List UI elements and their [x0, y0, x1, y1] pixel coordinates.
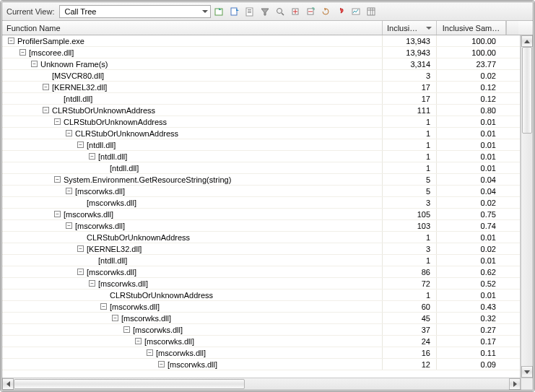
- cell-function-name: −[mscorwks.dll]: [2, 209, 383, 219]
- collapse-toggle[interactable]: −: [54, 211, 61, 217]
- table-row[interactable]: −[mscorwks.dll]120.09: [2, 359, 520, 370]
- cell-inclusive: 5: [383, 186, 437, 196]
- table-row[interactable]: −[mscorwks.dll]600.43: [2, 301, 520, 313]
- table-row[interactable]: −[mscorwks.dll]370.27: [2, 324, 520, 336]
- function-name-text: CLRStubOrUnknownAddress: [87, 232, 190, 243]
- table-row[interactable]: [MSVCR80.dll]30.02: [2, 70, 520, 82]
- header-function-name[interactable]: Function Name: [2, 21, 383, 35]
- report-icon[interactable]: [243, 5, 256, 18]
- table-row[interactable]: −[mscorwks.dll]450.32: [2, 313, 520, 324]
- hotpath-icon[interactable]: [334, 5, 347, 18]
- table-row[interactable]: CLRStubOrUnknownAddress10.01: [2, 232, 520, 243]
- table-row[interactable]: −[mscorwks.dll]160.11: [2, 347, 520, 359]
- scroll-up-button[interactable]: [521, 35, 533, 47]
- arrow-down-icon: [524, 370, 530, 374]
- cell-inclusive-pct: 0.80: [437, 105, 506, 116]
- columns-icon[interactable]: [365, 5, 378, 18]
- collapse-toggle[interactable]: −: [66, 222, 72, 229]
- vscroll-track[interactable]: [521, 47, 533, 366]
- cell-function-name: −System.Environment.GetResourceString(st…: [2, 174, 383, 185]
- cell-function-name: −[mscorwks.dll]: [2, 266, 383, 277]
- search-icon[interactable]: [274, 5, 287, 18]
- collapse-toggle[interactable]: −: [54, 176, 61, 183]
- cell-function-name: −ProfilerSample.exe: [2, 35, 383, 46]
- cell-inclusive-pct: 100.00: [437, 47, 506, 58]
- cell-inclusive: 103: [383, 220, 437, 231]
- table-row[interactable]: [ntdll.dll]10.01: [2, 162, 520, 174]
- collapse-toggle[interactable]: −: [158, 361, 165, 367]
- function-name-text: [ntdll.dll]: [64, 93, 92, 104]
- header-inclusive-pct[interactable]: Inclusive Sam…: [437, 21, 506, 35]
- function-name-text: [mscorwks.dll]: [98, 278, 148, 289]
- table-row[interactable]: −System.Environment.GetResourceString(st…: [2, 174, 520, 186]
- collapse-toggle[interactable]: −: [54, 118, 61, 125]
- filter-icon[interactable]: [258, 5, 271, 18]
- table-row[interactable]: −[mscorwks.dll]50.04: [2, 186, 520, 197]
- cell-inclusive: 3: [383, 197, 437, 208]
- collapse-toggle[interactable]: −: [89, 153, 95, 160]
- dropdown-value: Call Tree: [64, 7, 96, 16]
- table-row[interactable]: −[mscoree.dll]13,943100.00: [2, 47, 520, 58]
- collapse-toggle[interactable]: −: [31, 61, 38, 67]
- table-row[interactable]: −[mscorwks.dll]1050.75: [2, 209, 520, 220]
- refresh-icon[interactable]: [319, 5, 332, 18]
- table-row[interactable]: −[ntdll.dll]10.01: [2, 139, 520, 151]
- horizontal-scrollbar[interactable]: [2, 378, 521, 390]
- header-inclusive[interactable]: Inclusi…: [383, 21, 437, 35]
- scroll-left-button[interactable]: [2, 378, 14, 390]
- collapse-toggle[interactable]: −: [100, 303, 107, 310]
- table-row[interactable]: [ntdll.dll]10.01: [2, 255, 520, 266]
- scroll-right-button[interactable]: [509, 378, 521, 390]
- collapse-toggle[interactable]: −: [112, 315, 118, 321]
- collapse-toggle[interactable]: −: [19, 49, 26, 56]
- expand-icon[interactable]: [289, 5, 302, 18]
- collapse-toggle[interactable]: −: [147, 349, 153, 356]
- collapse-toggle[interactable]: −: [89, 280, 95, 287]
- vertical-scrollbar[interactable]: [521, 35, 533, 378]
- collapse-toggle[interactable]: −: [77, 269, 84, 275]
- view-dropdown[interactable]: Call Tree: [59, 5, 211, 18]
- cell-function-name: −Unknown Frame(s): [2, 58, 383, 69]
- cell-function-name: CLRStubOrUnknownAddress: [2, 289, 383, 300]
- collapse-toggle[interactable]: −: [77, 141, 84, 148]
- collapse-icon[interactable]: [304, 5, 317, 18]
- function-name-text: [mscorwks.dll]: [64, 209, 113, 219]
- vscroll-thumb[interactable]: [522, 47, 532, 134]
- table-row[interactable]: −CLRStubOrUnknownAddress1110.80: [2, 105, 520, 116]
- table-row[interactable]: −[mscorwks.dll]240.17: [2, 336, 520, 347]
- table-row[interactable]: −Unknown Frame(s)3,31423.77: [2, 58, 520, 70]
- collapse-toggle[interactable]: −: [8, 38, 14, 44]
- table-row[interactable]: −[KERNEL32.dll]170.12: [2, 82, 520, 93]
- table-row[interactable]: −[KERNEL32.dll]30.02: [2, 243, 520, 255]
- table-row[interactable]: −CLRStubOrUnknownAddress10.01: [2, 128, 520, 139]
- table-row[interactable]: CLRStubOrUnknownAddress10.01: [2, 289, 520, 301]
- table-row[interactable]: [ntdll.dll]170.12: [2, 93, 520, 105]
- table-row[interactable]: −[ntdll.dll]10.01: [2, 151, 520, 162]
- cell-inclusive: 60: [383, 301, 437, 312]
- collapse-toggle[interactable]: −: [66, 188, 72, 194]
- reduce-noise-icon[interactable]: [349, 5, 362, 18]
- cell-inclusive-pct: 0.01: [437, 139, 506, 150]
- cell-function-name: −[mscorwks.dll]: [2, 347, 383, 358]
- hscroll-track[interactable]: [14, 378, 509, 390]
- cell-function-name: CLRStubOrUnknownAddress: [2, 232, 383, 243]
- hscroll-thumb[interactable]: [14, 379, 245, 389]
- cell-function-name: −[KERNEL32.dll]: [2, 82, 383, 92]
- export-icon[interactable]: [228, 5, 241, 18]
- scroll-down-button[interactable]: [521, 366, 533, 378]
- collapse-toggle[interactable]: −: [43, 84, 49, 90]
- table-row[interactable]: −ProfilerSample.exe13,943100.00: [2, 35, 520, 47]
- collapse-toggle[interactable]: −: [123, 326, 130, 333]
- table-row[interactable]: −CLRStubOrUnknownAddress10.01: [2, 116, 520, 128]
- collapse-toggle[interactable]: −: [77, 245, 84, 252]
- table-row[interactable]: −[mscorwks.dll]1030.74: [2, 220, 520, 232]
- function-name-text: [ntdll.dll]: [110, 162, 139, 173]
- collapse-toggle[interactable]: −: [135, 338, 142, 344]
- table-row[interactable]: −[mscorwks.dll]860.62: [2, 266, 520, 278]
- collapse-toggle[interactable]: −: [43, 107, 49, 113]
- collapse-toggle[interactable]: −: [66, 130, 72, 136]
- svg-rect-4: [248, 11, 251, 12]
- import-icon[interactable]: [213, 5, 226, 18]
- table-row[interactable]: −[mscorwks.dll]720.52: [2, 278, 520, 289]
- table-row[interactable]: [mscorwks.dll]30.02: [2, 197, 520, 209]
